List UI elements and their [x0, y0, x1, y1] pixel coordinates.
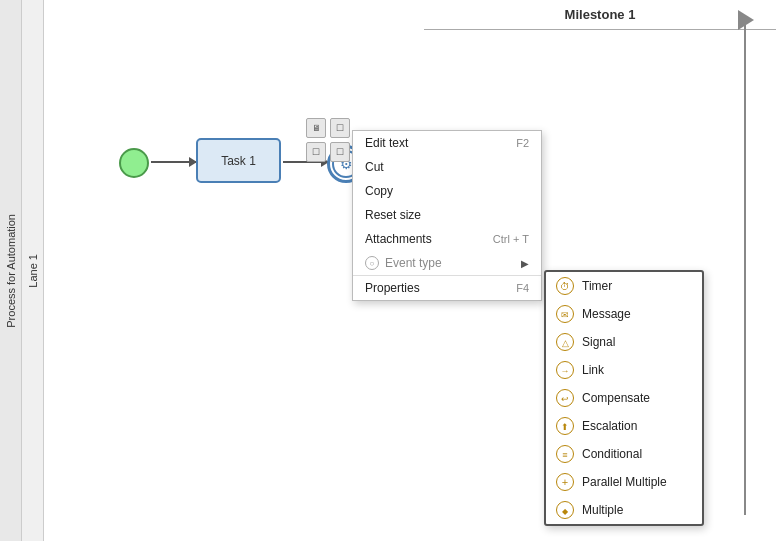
menu-item-edit-text[interactable]: Edit text F2: [353, 131, 541, 155]
submenu: Timer Message Signal Link Compensate: [544, 270, 704, 526]
milestone-top: Milestone 1: [424, 0, 776, 30]
lane-label-bar: Lane 1: [22, 0, 44, 541]
timer-icon: [556, 277, 574, 295]
menu-cut-label: Cut: [365, 160, 384, 174]
diagram-area: Milestone 1 Task 1 ⚙ 🖥 ☐ ☐ ☐: [44, 0, 776, 541]
menu-item-properties[interactable]: Properties F4: [353, 275, 541, 300]
menu-attachments-shortcut: Ctrl + T: [493, 233, 529, 245]
arrow-start-to-task: [151, 161, 196, 163]
submenu-signal-label: Signal: [582, 335, 615, 349]
milestone-line: [744, 25, 746, 515]
submenu-compensate-label: Compensate: [582, 391, 650, 405]
signal-icon: [556, 333, 574, 351]
link-icon: [556, 361, 574, 379]
event-icon-3[interactable]: ☐: [306, 142, 326, 162]
parallel-icon: [556, 473, 574, 491]
submenu-item-message[interactable]: Message: [546, 300, 702, 328]
submenu-item-multiple[interactable]: Multiple: [546, 496, 702, 524]
process-label-text: Process for Automation: [5, 214, 17, 328]
menu-item-copy[interactable]: Copy: [353, 179, 541, 203]
menu-event-type-label: Event type: [385, 256, 442, 270]
submenu-arrow-icon: ▶: [521, 258, 529, 269]
milestone-title: Milestone 1: [565, 7, 636, 22]
submenu-item-conditional[interactable]: Conditional: [546, 440, 702, 468]
milestone-arrow: [738, 10, 754, 30]
submenu-item-signal[interactable]: Signal: [546, 328, 702, 356]
menu-properties-shortcut: F4: [516, 282, 529, 294]
process-label-bar: Process for Automation: [0, 0, 22, 541]
conditional-icon: [556, 445, 574, 463]
menu-properties-label: Properties: [365, 281, 420, 295]
menu-edit-text-label: Edit text: [365, 136, 408, 150]
submenu-item-parallel-multiple[interactable]: Parallel Multiple: [546, 468, 702, 496]
submenu-item-link[interactable]: Link: [546, 356, 702, 384]
lane-label-text: Lane 1: [27, 254, 39, 288]
menu-edit-text-shortcut: F2: [516, 137, 529, 149]
menu-copy-label: Copy: [365, 184, 393, 198]
task-box[interactable]: Task 1: [196, 138, 281, 183]
submenu-parallel-label: Parallel Multiple: [582, 475, 667, 489]
submenu-message-label: Message: [582, 307, 631, 321]
start-event[interactable]: [119, 148, 149, 178]
submenu-timer-label: Timer: [582, 279, 612, 293]
event-type-icon: ○: [365, 256, 379, 270]
submenu-item-compensate[interactable]: Compensate: [546, 384, 702, 412]
escalation-icon: [556, 417, 574, 435]
context-menu: Edit text F2 Cut Copy Reset size Attachm…: [352, 130, 542, 301]
event-icon-2[interactable]: ☐: [330, 118, 350, 138]
event-icon-1[interactable]: 🖥: [306, 118, 326, 138]
submenu-item-timer[interactable]: Timer: [546, 272, 702, 300]
submenu-escalation-label: Escalation: [582, 419, 637, 433]
submenu-multiple-label: Multiple: [582, 503, 623, 517]
message-icon: [556, 305, 574, 323]
menu-item-reset-size[interactable]: Reset size: [353, 203, 541, 227]
canvas: Process for Automation Lane 1 Milestone …: [0, 0, 776, 541]
task-label: Task 1: [221, 154, 256, 168]
menu-attachments-label: Attachments: [365, 232, 432, 246]
submenu-link-label: Link: [582, 363, 604, 377]
submenu-item-escalation[interactable]: Escalation: [546, 412, 702, 440]
compensate-icon: [556, 389, 574, 407]
menu-reset-size-label: Reset size: [365, 208, 421, 222]
menu-item-attachments[interactable]: Attachments Ctrl + T: [353, 227, 541, 251]
event-icon-4[interactable]: ☐: [330, 142, 350, 162]
multiple-icon: [556, 501, 574, 519]
submenu-conditional-label: Conditional: [582, 447, 642, 461]
menu-item-event-type[interactable]: ○ Event type ▶: [353, 251, 541, 275]
menu-item-cut[interactable]: Cut: [353, 155, 541, 179]
